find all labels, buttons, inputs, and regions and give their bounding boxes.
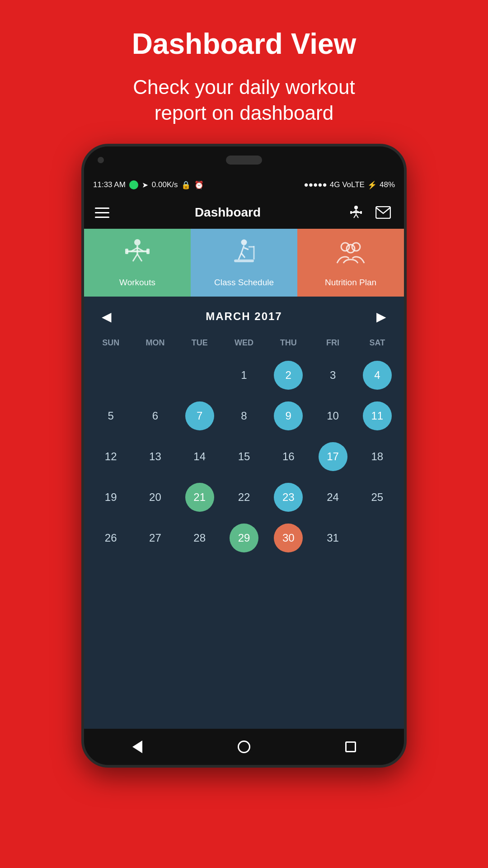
- cal-cell-sun-2[interactable]: 5: [89, 396, 133, 436]
- day-thu: THU: [266, 335, 310, 351]
- cal-cell-sun-4[interactable]: 19: [89, 477, 133, 518]
- calendar-week-4: 19 20 21 22 23 24 25: [89, 477, 399, 518]
- mail-nav-icon[interactable]: [373, 203, 393, 222]
- cal-cell-fri-3[interactable]: 17: [310, 436, 355, 477]
- home-button[interactable]: [233, 736, 255, 758]
- status-left: 11:33 AM ➤ 0.00K/s 🔒 ⏰: [93, 180, 204, 190]
- cal-cell-wed-1[interactable]: 1: [222, 355, 266, 396]
- cal-cell-mon-4[interactable]: 20: [133, 477, 177, 518]
- alarm-icon: ⏰: [194, 180, 204, 190]
- cal-cell-thu-4[interactable]: 23: [266, 477, 310, 518]
- phone-frame: 11:33 AM ➤ 0.00K/s 🔒 ⏰ ●●●●● 4G VoLTE ⚡ …: [81, 144, 407, 768]
- battery-percent: 48%: [380, 180, 395, 189]
- cal-cell-sat-2[interactable]: 11: [355, 396, 399, 436]
- back-icon: [132, 741, 142, 753]
- cal-cell-sat-4[interactable]: 25: [355, 477, 399, 518]
- cal-cell-sat-1[interactable]: 4: [355, 355, 399, 396]
- back-button[interactable]: [126, 736, 149, 758]
- svg-rect-17: [125, 249, 128, 254]
- battery-icon: ⚡: [367, 180, 377, 190]
- cal-cell-fri-2[interactable]: 10: [310, 396, 355, 436]
- dashboard-tiles: Workouts: [84, 229, 404, 297]
- svg-point-27: [341, 243, 349, 251]
- cal-cell-thu-3[interactable]: 16: [266, 436, 310, 477]
- day-mon: MON: [133, 335, 177, 351]
- workouts-tile[interactable]: Workouts: [84, 229, 191, 297]
- next-month-button[interactable]: ▶: [372, 307, 390, 326]
- svg-line-23: [241, 253, 245, 258]
- cal-cell-wed-2[interactable]: 8: [222, 396, 266, 436]
- data-speed: 0.00K/s: [152, 180, 178, 189]
- cal-cell-sun-3[interactable]: 12: [89, 436, 133, 477]
- cal-cell-wed-5[interactable]: 29: [222, 518, 266, 558]
- svg-point-28: [352, 243, 360, 251]
- class-schedule-tile[interactable]: Class Schedule: [191, 229, 297, 297]
- recents-icon: [345, 741, 356, 752]
- whatsapp-icon: [129, 180, 138, 189]
- calendar-week-3: 12 13 14 15 16 17 18: [89, 436, 399, 477]
- svg-line-14: [133, 254, 137, 261]
- workout-nav-icon[interactable]: [346, 203, 366, 222]
- phone-bottom-nav: [84, 729, 404, 765]
- svg-line-21: [244, 248, 249, 250]
- recents-button[interactable]: [339, 736, 362, 758]
- cal-cell-tue-2[interactable]: 7: [178, 396, 222, 436]
- hamburger-menu[interactable]: [95, 208, 109, 218]
- calendar: ◀ MARCH 2017 ▶ SUN MON TUE WED THU FRI S…: [84, 297, 404, 558]
- cal-cell-thu-2[interactable]: 9: [266, 396, 310, 436]
- nutrition-plan-tile[interactable]: Nutrition Plan: [297, 229, 404, 297]
- calendar-month: MARCH 2017: [206, 310, 282, 323]
- day-fri: FRI: [310, 335, 355, 351]
- prev-month-button[interactable]: ◀: [98, 307, 116, 326]
- calendar-week-1: 1 2 3 4: [89, 355, 399, 396]
- cal-cell: [355, 518, 399, 558]
- cal-cell-wed-3[interactable]: 15: [222, 436, 266, 477]
- svg-rect-7: [350, 211, 352, 214]
- cal-cell-fri-5[interactable]: 31: [310, 518, 355, 558]
- app-nav-title: Dashboard: [195, 205, 261, 220]
- nav-icons: [346, 203, 393, 222]
- svg-rect-18: [146, 249, 150, 254]
- status-right: ●●●●● 4G VoLTE ⚡ 48%: [304, 180, 395, 190]
- page-subtitle: Check your daily workoutreport on dashbo…: [132, 74, 357, 126]
- cal-cell-mon-2[interactable]: 6: [133, 396, 177, 436]
- cal-cell: [89, 355, 133, 396]
- day-sat: SAT: [355, 335, 399, 351]
- day-wed: WED: [222, 335, 266, 351]
- app-navbar: Dashboard: [84, 196, 404, 229]
- calendar-weeks: 1 2 3 4 5 6 7 8 9 10 11: [89, 355, 399, 558]
- day-tue: TUE: [178, 335, 222, 351]
- svg-point-0: [354, 206, 358, 209]
- calendar-header: ◀ MARCH 2017 ▶: [89, 297, 399, 335]
- cal-cell-thu-5[interactable]: 30: [266, 518, 310, 558]
- cal-cell-tue-4[interactable]: 21: [178, 477, 222, 518]
- svg-point-10: [134, 239, 141, 245]
- cal-cell-tue-3[interactable]: 14: [178, 436, 222, 477]
- cal-cell-sat-3[interactable]: 18: [355, 436, 399, 477]
- svg-line-22: [239, 253, 241, 259]
- cal-cell-wed-4[interactable]: 22: [222, 477, 266, 518]
- workouts-label: Workouts: [117, 278, 157, 288]
- class-schedule-label: Class Schedule: [212, 278, 276, 288]
- cal-cell-fri-1[interactable]: 3: [310, 355, 355, 396]
- status-bar: 11:33 AM ➤ 0.00K/s 🔒 ⏰ ●●●●● 4G VoLTE ⚡ …: [84, 174, 404, 196]
- cal-cell-fri-4[interactable]: 24: [310, 477, 355, 518]
- lock-icon: 🔒: [181, 180, 191, 190]
- cal-cell-mon-5[interactable]: 27: [133, 518, 177, 558]
- cal-cell-mon-3[interactable]: 13: [133, 436, 177, 477]
- svg-rect-9: [376, 207, 390, 218]
- workouts-icon: [122, 238, 153, 274]
- phone-top-bar: [84, 146, 404, 174]
- svg-line-15: [137, 254, 142, 261]
- network-type: 4G VoLTE: [330, 180, 365, 189]
- page-title: Dashboard View: [132, 27, 357, 61]
- cal-cell-tue-5[interactable]: 28: [178, 518, 222, 558]
- app-screen: Dashboard: [84, 196, 404, 729]
- cal-cell: [178, 355, 222, 396]
- day-sun: SUN: [89, 335, 133, 351]
- signal-dots: ●●●●●: [304, 180, 327, 189]
- phone-speaker: [226, 156, 262, 165]
- cal-cell-sun-5[interactable]: 26: [89, 518, 133, 558]
- home-icon: [238, 741, 250, 753]
- cal-cell-thu-1[interactable]: 2: [266, 355, 310, 396]
